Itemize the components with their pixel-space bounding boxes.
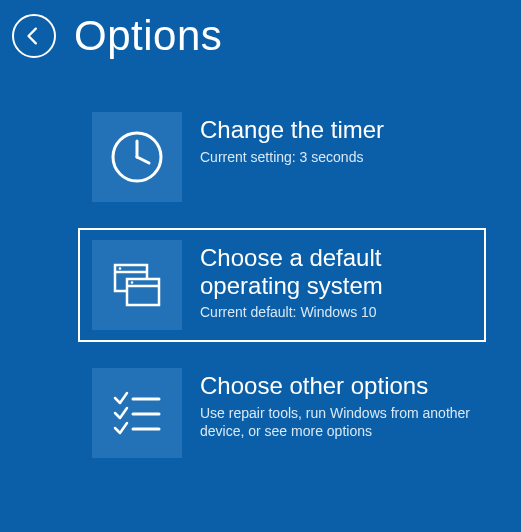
- options-list: Change the timer Current setting: 3 seco…: [0, 60, 521, 470]
- svg-point-8: [131, 281, 134, 284]
- arrow-left-icon: [23, 25, 45, 47]
- option-subtitle: Current setting: 3 seconds: [200, 148, 472, 167]
- option-choose-other[interactable]: Choose other options Use repair tools, r…: [78, 356, 486, 470]
- option-title: Choose a default operating system: [200, 244, 472, 299]
- svg-point-5: [119, 267, 122, 270]
- option-title: Change the timer: [200, 116, 472, 144]
- option-text: Choose a default operating system Curren…: [200, 240, 472, 322]
- tile: [92, 240, 182, 330]
- option-subtitle: Current default: Windows 10: [200, 303, 472, 322]
- option-text: Choose other options Use repair tools, r…: [200, 368, 472, 441]
- option-change-timer[interactable]: Change the timer Current setting: 3 seco…: [78, 100, 486, 214]
- windows-icon: [107, 255, 167, 315]
- clock-icon: [107, 127, 167, 187]
- option-choose-default-os[interactable]: Choose a default operating system Curren…: [78, 228, 486, 342]
- tile: [92, 112, 182, 202]
- back-button[interactable]: [12, 14, 56, 58]
- option-title: Choose other options: [200, 372, 472, 400]
- svg-line-2: [137, 157, 149, 163]
- header: Options: [0, 0, 521, 60]
- option-subtitle: Use repair tools, run Windows from anoth…: [200, 404, 472, 442]
- page-title: Options: [74, 12, 222, 60]
- option-text: Change the timer Current setting: 3 seco…: [200, 112, 472, 166]
- checklist-icon: [107, 383, 167, 443]
- tile: [92, 368, 182, 458]
